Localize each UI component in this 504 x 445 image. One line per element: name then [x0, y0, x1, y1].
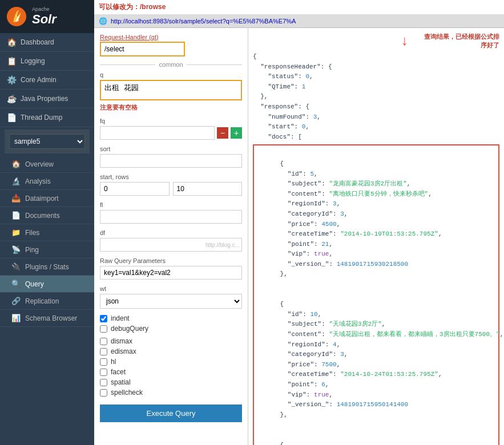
df-label: df — [100, 229, 242, 236]
core-nav-label: Documents — [25, 212, 60, 220]
java-icon: ☕ — [7, 94, 16, 103]
doc3: { "id": 11, "subject": "深都花园出租3房2厅", "co… — [257, 430, 495, 445]
sidebar-item-plugins[interactable]: 🔌 Plugins / Stats — [0, 258, 94, 276]
analysis-icon: 🔬 — [11, 177, 21, 185]
spellcheck-checkbox[interactable] — [100, 389, 107, 397]
wt-label: wt — [100, 285, 242, 292]
sidebar-item-query[interactable]: 🔍 Query — [0, 276, 94, 293]
sidebar-item-overview[interactable]: 🏠 Overview — [0, 156, 94, 173]
sidebar-item-dashboard[interactable]: 🏠 Dashboard — [0, 33, 94, 52]
solr-label: Solr — [32, 12, 57, 27]
sidebar-item-dataimport[interactable]: 📥 Dataimport — [0, 190, 94, 207]
facet-item: facet — [100, 368, 242, 376]
sidebar-item-files[interactable]: 📁 Files — [0, 224, 94, 241]
fq-label: fq — [100, 118, 242, 124]
sort-input[interactable] — [100, 154, 242, 168]
edismax-checkbox[interactable] — [100, 348, 107, 355]
core-nav-label: Overview — [25, 160, 54, 168]
core-selector: sample5 — [5, 130, 90, 153]
sort-group: sort — [100, 145, 242, 168]
hl-checkbox[interactable] — [100, 358, 107, 366]
annotation-arrow: ↓ — [401, 33, 408, 48]
query-panel: Request-Handler (qt) common q 出租 花园 注意要有… — [94, 28, 248, 445]
spellcheck-item: spellcheck — [100, 389, 242, 397]
spatial-item: spatial — [100, 378, 242, 386]
sidebar-item-documents[interactable]: 📄 Documents — [0, 207, 94, 224]
raw-query-input[interactable] — [100, 266, 242, 280]
results-box: { "id": 5, "subject": "龙南富豪花园3房2厅出租", "c… — [253, 144, 499, 445]
sidebar-item-schema-browser[interactable]: 📊 Schema Browser — [0, 310, 94, 327]
watermark-text: http://blog.c... — [205, 242, 240, 248]
request-handler-group: Request-Handler (qt) — [100, 34, 242, 56]
edismax-label: edismax — [111, 347, 136, 355]
fl-label: fl — [100, 201, 242, 208]
df-container: http://blog.c... — [100, 238, 242, 252]
core-nav: 🏠 Overview 🔬 Analysis 📥 Dataimport 📄 Doc… — [0, 156, 94, 327]
sort-label: sort — [100, 145, 242, 152]
apache-label: Apache — [32, 6, 57, 12]
sidebar-item-core-admin[interactable]: ⚙️ Core Admin — [0, 71, 94, 90]
request-handler-input[interactable] — [100, 42, 185, 56]
overview-icon: 🏠 — [11, 160, 21, 168]
main-content: 可以修改为：/browse 🌐 http://localhost:8983/so… — [94, 0, 504, 445]
fl-group: fl — [100, 201, 242, 224]
sidebar-item-java-properties[interactable]: ☕ Java Properties — [0, 90, 94, 108]
q-input[interactable]: 出租 花园 — [100, 80, 242, 100]
fq-input[interactable] — [100, 126, 215, 140]
result-json-header: { "responseHeader": { "status": 0, "QTim… — [253, 52, 499, 142]
indent-checkbox[interactable] — [100, 315, 107, 322]
core-nav-label: Replication — [25, 297, 59, 305]
logging-icon: 📋 — [7, 56, 16, 66]
main-nav: 🏠 Dashboard 📋 Logging ⚙️ Core Admin ☕ Ja… — [0, 33, 94, 127]
common-divider: common — [100, 61, 242, 68]
fq-group: fq − + — [100, 118, 242, 140]
wt-group: wt json xml python ruby php csv — [100, 285, 242, 309]
start-input[interactable] — [100, 182, 170, 196]
execute-query-button[interactable]: Execute Query — [100, 404, 242, 422]
sidebar-item-ping[interactable]: 📡 Ping — [0, 241, 94, 258]
replication-icon: 🔗 — [11, 297, 21, 305]
annotation-label: 查询结果，已经根据公式排序好了 — [424, 33, 499, 48]
core-nav-label: Schema Browser — [25, 314, 77, 322]
core-admin-icon: ⚙️ — [7, 75, 16, 84]
sidebar-item-label: Dashboard — [21, 38, 54, 46]
wt-select[interactable]: json xml python ruby php csv — [100, 294, 242, 309]
sidebar-item-analysis[interactable]: 🔬 Analysis — [0, 173, 94, 190]
fl-input[interactable] — [100, 210, 242, 224]
sidebar-item-logging[interactable]: 📋 Logging — [0, 52, 94, 71]
indent-row: indent — [100, 314, 242, 322]
doc1: { "id": 5, "subject": "龙南富豪花园3房2厅出租", "c… — [257, 149, 495, 289]
sidebar-item-label: Thread Dump — [21, 114, 62, 122]
debug-query-row: debugQuery — [100, 325, 242, 333]
url-bar: 🌐 http://localhost:8983/solr/sample5/sel… — [94, 15, 504, 28]
documents-icon: 📄 — [11, 211, 21, 220]
core-nav-label: Analysis — [25, 177, 51, 185]
files-icon: 📁 — [11, 228, 21, 237]
url-text: http://localhost:8983/solr/sample5/selec… — [111, 18, 296, 25]
doc2: { "id": 10, "subject": "天域花园3房2厅", "cont… — [257, 290, 495, 430]
sidebar-item-replication[interactable]: 🔗 Replication — [0, 293, 94, 310]
spatial-checkbox[interactable] — [100, 379, 107, 386]
start-rows-group: start, rows — [100, 173, 242, 196]
dismax-checkbox[interactable] — [100, 338, 107, 345]
debug-query-checkbox[interactable] — [100, 325, 107, 333]
fq-input-row: − + — [100, 126, 242, 140]
sidebar-item-thread-dump[interactable]: 📄 Thread Dump — [0, 108, 94, 127]
content-area: Request-Handler (qt) common q 出租 花园 注意要有… — [94, 28, 504, 445]
results-panel: 查询结果，已经根据公式排序好了 ↓ { "responseHeader": { … — [248, 28, 504, 445]
facet-checkbox[interactable] — [100, 369, 107, 376]
common-label: common — [159, 61, 183, 68]
rows-input[interactable] — [173, 182, 243, 196]
fq-plus-button[interactable]: + — [231, 127, 242, 139]
start-rows-label: start, rows — [100, 173, 242, 180]
raw-query-group: Raw Query Parameters — [100, 257, 242, 280]
fq-minus-button[interactable]: − — [217, 127, 228, 139]
ping-icon: 📡 — [11, 245, 21, 254]
indent-label: indent — [111, 314, 130, 322]
core-nav-label: Dataimport — [25, 195, 59, 203]
spatial-label: spatial — [111, 378, 131, 386]
spellcheck-label: spellcheck — [111, 389, 143, 397]
core-select[interactable]: sample5 — [9, 134, 85, 149]
browser-icon: 🌐 — [99, 17, 107, 25]
sidebar: Apache Solr 🏠 Dashboard 📋 Logging ⚙️ Cor… — [0, 0, 94, 445]
